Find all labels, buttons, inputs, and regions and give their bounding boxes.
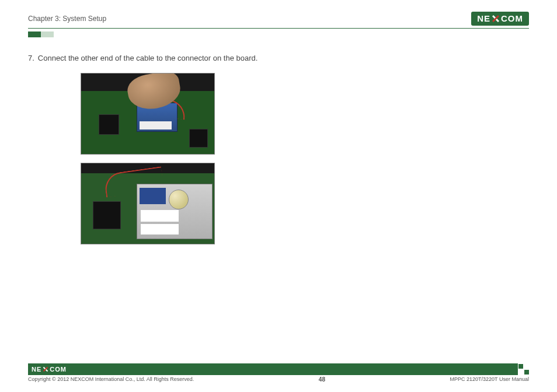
instruction-step: 7. Connect the other end of the cable to… bbox=[28, 54, 529, 62]
footer-brand-right: COM bbox=[50, 366, 67, 373]
main-content: 7. Connect the other end of the cable to… bbox=[28, 54, 529, 244]
page-footer: NE COM Copyright © 2012 NEXCOM Internati… bbox=[28, 363, 529, 383]
page-header: Chapter 3: System Setup NE COM bbox=[28, 12, 529, 26]
brand-text-left: NE bbox=[477, 13, 490, 23]
footer-bar: NE COM bbox=[28, 363, 529, 375]
manual-name: MPPC 2120T/3220T User Manual bbox=[450, 376, 529, 383]
header-rule bbox=[28, 28, 529, 29]
brand-text-right: COM bbox=[501, 13, 523, 23]
brand-x-icon bbox=[492, 15, 500, 23]
footer-brand-logo: NE COM bbox=[32, 366, 67, 373]
instruction-photo-2 bbox=[81, 163, 215, 244]
footer-brand-x-icon bbox=[43, 366, 48, 372]
footer-meta: Copyright © 2012 NEXCOM International Co… bbox=[28, 376, 529, 383]
copyright-text: Copyright © 2012 NEXCOM International Co… bbox=[28, 376, 194, 383]
header-tab-decoration bbox=[28, 32, 529, 37]
brand-logo: NE COM bbox=[471, 12, 529, 26]
step-text: Connect the other end of the cable to th… bbox=[38, 54, 258, 62]
footer-brand-left: NE bbox=[32, 366, 41, 373]
instruction-images bbox=[81, 73, 529, 244]
step-number: 7. bbox=[28, 54, 34, 62]
footer-decoration-icon bbox=[518, 363, 530, 375]
chapter-title: Chapter 3: System Setup bbox=[28, 15, 106, 23]
page-number: 48 bbox=[319, 376, 325, 383]
instruction-photo-1 bbox=[81, 73, 215, 155]
